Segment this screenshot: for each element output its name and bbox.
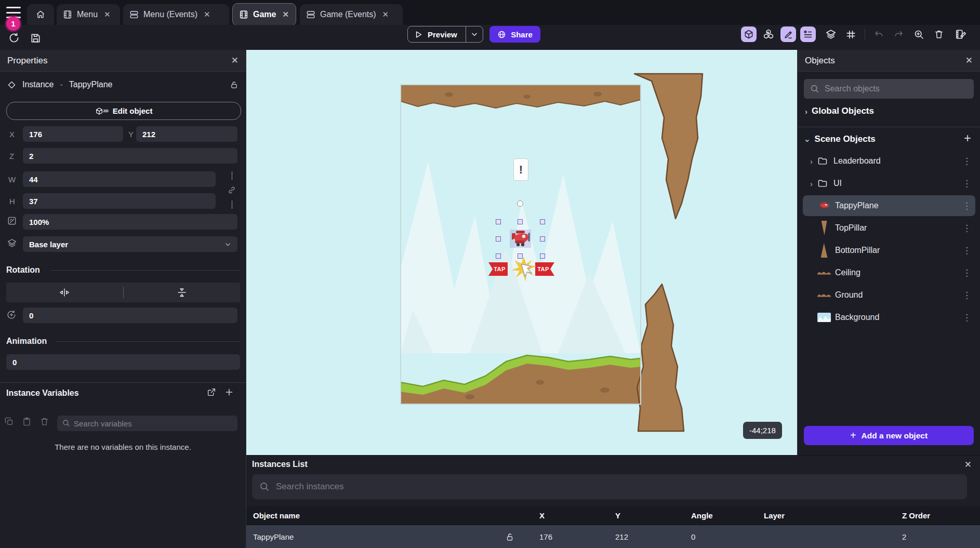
save-icon[interactable] [29,31,42,45]
layer-select[interactable]: Base layer [23,236,237,252]
selection-handle[interactable] [496,253,501,259]
open-in-window-icon[interactable] [207,387,216,397]
object-item-ui[interactable]: › UI ⋮ [803,173,975,194]
objects-panel-toggle-cube-icon[interactable] [741,26,757,42]
close-properties-icon[interactable]: ✕ [231,55,239,66]
tab-game-events[interactable]: Game (Events) ✕ [300,4,403,25]
more-options-icon[interactable]: ⋮ [962,156,971,167]
global-objects-row[interactable]: › Global Objects [805,106,874,116]
tab-label: Game (Events) [320,10,376,19]
object-item-leaderboard[interactable]: › Leaderboard ⋮ [803,151,975,171]
variables-search[interactable] [57,416,237,431]
delete-icon[interactable] [931,26,947,42]
flip-horizontal-button[interactable] [6,283,123,302]
instances-search-input[interactable] [252,474,967,499]
background-thumbnail-icon [817,313,831,322]
copy-variable-icon[interactable] [4,417,14,426]
height-input[interactable] [23,193,216,209]
instances-search[interactable] [252,474,967,499]
variables-search-input[interactable] [57,416,237,431]
delete-variable-icon[interactable] [39,417,49,426]
selection-handle[interactable] [518,219,523,224]
objects-title: Objects [805,56,835,66]
column-z-order[interactable]: Z Order [902,511,930,520]
object-item-ground[interactable]: Ground ⋮ [803,285,975,305]
add-variable-icon[interactable] [224,387,234,397]
zoom-in-icon[interactable] [911,26,926,42]
close-tab-icon[interactable]: ✕ [382,10,389,19]
close-tab-icon[interactable]: ✕ [282,10,289,19]
selection-handle[interactable] [540,236,545,242]
add-new-object-button[interactable]: + Add a new object [804,426,974,445]
object-item-background[interactable]: Background ⋮ [803,307,975,328]
instances-list-panel-icon[interactable] [800,26,816,42]
more-options-icon[interactable]: ⋮ [962,268,971,278]
column-x[interactable]: X [539,511,545,520]
tab-menu[interactable]: Menu ✕ [57,4,120,25]
more-options-icon[interactable]: ⋮ [962,245,971,256]
object-item-toppillar[interactable]: TopPillar ⋮ [803,218,975,238]
selection-handle[interactable] [496,219,501,224]
layers-panel-icon[interactable] [823,26,839,42]
instance-title-row: Instance - TappyPlane [0,76,246,93]
close-objects-icon[interactable]: ✕ [965,55,973,66]
undo-icon[interactable] [871,26,886,42]
redo-icon[interactable] [891,26,906,42]
gdevelop-editor: Menu ✕ Menu (Events) ✕ Game ✕ Game (Even… [0,0,980,548]
selection-handle[interactable] [540,219,545,224]
unlock-icon[interactable] [505,532,514,542]
x-input[interactable] [23,126,123,142]
object-item-ceiling[interactable]: Ceiling ⋮ [803,262,975,283]
properties-panel: Properties ✕ Instance - TappyPlane 2D Ed… [0,50,246,548]
rotate-handle[interactable] [517,201,523,207]
instance-y: 212 [615,532,628,541]
scene-canvas[interactable]: ! TAP TAP -44;218 [246,50,797,455]
column-layer[interactable]: Layer [764,511,785,520]
bottompillar-thumbnail-icon [817,243,831,258]
column-object-name[interactable]: Object name [253,511,300,520]
more-options-icon[interactable]: ⋮ [962,178,971,189]
close-tab-icon[interactable]: ✕ [204,10,210,19]
add-object-plus-icon[interactable]: + [964,131,971,145]
flip-vertical-button[interactable] [124,283,241,302]
more-options-icon[interactable]: ⋮ [962,312,971,323]
tab-menu-events[interactable]: Menu (Events) ✕ [123,4,229,25]
tappyplane-sprite[interactable] [509,229,532,248]
opacity-input[interactable] [23,214,237,230]
preview-button[interactable]: Preview [407,26,483,43]
grid-icon[interactable] [843,26,858,42]
paste-variable-icon[interactable] [22,417,32,426]
tab-home[interactable] [27,4,54,25]
width-input[interactable] [23,171,216,187]
more-options-icon[interactable]: ⋮ [962,223,971,234]
scene-objects-row[interactable]: ⌄ Scene Objects [804,134,876,144]
share-button[interactable]: Share [489,26,540,43]
edit-scene-events-icon[interactable] [953,26,969,42]
column-y[interactable]: Y [615,511,620,520]
more-options-icon[interactable]: ⋮ [962,201,971,211]
column-angle[interactable]: Angle [691,511,713,520]
object-label: Leaderboard [833,156,962,166]
selection-handle[interactable] [540,253,545,259]
project-sync-icon[interactable] [7,31,21,45]
y-input[interactable] [136,126,237,142]
rotation-input[interactable] [23,308,237,323]
more-options-icon[interactable]: ⋮ [962,290,971,301]
lock-icon[interactable] [230,81,239,89]
selection-handle[interactable] [496,236,501,242]
object-item-bottompillar[interactable]: BottomPillar ⋮ [803,240,975,261]
lock-ratio-control[interactable] [224,171,239,209]
objects-search-input[interactable] [804,79,974,99]
object-groups-icon[interactable] [761,26,776,42]
close-tab-icon[interactable]: ✕ [104,10,111,19]
preview-options-chevron-icon[interactable] [466,26,483,42]
object-item-tappyplane[interactable]: TappyPlane ⋮ [803,195,975,216]
z-input[interactable] [23,148,237,164]
objects-search[interactable] [804,79,974,99]
edit-object-button[interactable]: 2D Edit object [6,102,241,120]
tab-game[interactable]: Game ✕ [232,3,296,26]
table-row-tappyplane[interactable]: TappyPlane 176 212 0 2 [246,525,980,548]
close-instances-list-icon[interactable]: ✕ [964,459,972,470]
edit-mode-pencil-icon[interactable] [780,26,796,42]
animation-input[interactable] [6,354,240,370]
